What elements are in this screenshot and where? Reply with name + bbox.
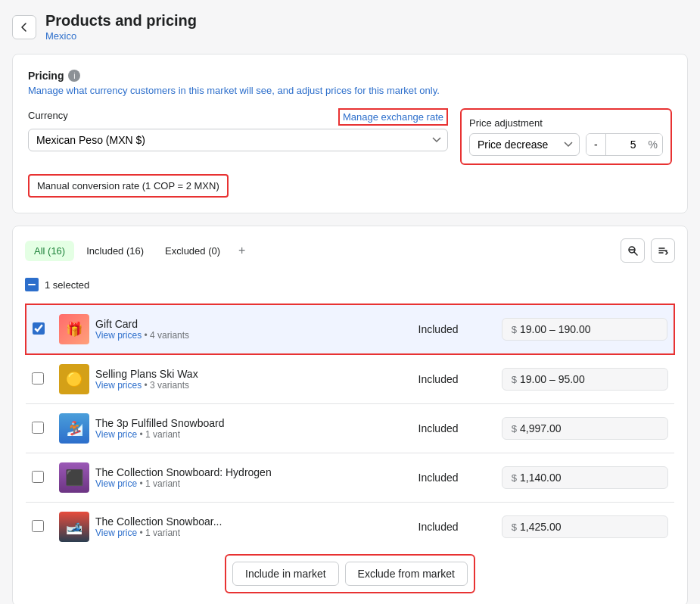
price-adjustment-input-group: - % bbox=[586, 133, 663, 156]
product-meta-snowboard-3p: View price • 1 variant bbox=[95, 429, 224, 440]
price-adjustment-select[interactable]: Price decrease bbox=[469, 133, 580, 156]
product-variants-ski-wax: 3 variants bbox=[150, 380, 189, 391]
product-meta-collection: View price • 1 variant bbox=[95, 528, 222, 538]
product-variants-hydrogen: 1 variant bbox=[145, 478, 180, 489]
product-name-hydrogen: The Collection Snowboard: Hydrogen bbox=[95, 466, 272, 478]
price-adjustment-box: Price adjustment Price decrease - % bbox=[460, 108, 672, 165]
currency-select[interactable]: Mexican Peso (MXN $) bbox=[28, 129, 448, 151]
include-in-market-button[interactable]: Include in market bbox=[232, 562, 339, 586]
product-image-hydrogen: ⬛ bbox=[59, 462, 89, 493]
product-table: 🎁 Gift Card View prices • 4 variants bbox=[25, 304, 675, 551]
currency-label: Currency bbox=[28, 110, 68, 121]
product-meta-hydrogen: View price • 1 variant bbox=[95, 478, 272, 489]
info-icon[interactable]: i bbox=[68, 70, 80, 82]
product-name-collection: The Collection Snowboar... bbox=[95, 515, 222, 528]
product-status-gift-card: Included bbox=[418, 323, 459, 335]
price-decrease-value-input[interactable] bbox=[606, 134, 644, 155]
price-decrease-minus-button[interactable]: - bbox=[586, 134, 606, 155]
table-row: 🏂 The 3p Fulfilled Snowboard View price … bbox=[26, 404, 674, 453]
tab-add-button[interactable]: + bbox=[232, 241, 251, 260]
svg-line-1 bbox=[634, 252, 637, 255]
product-variants-gift-card: 4 variants bbox=[150, 330, 189, 341]
table-row: 🎁 Gift Card View prices • 4 variants bbox=[26, 304, 674, 354]
product-status-ski-wax: Included bbox=[418, 373, 459, 385]
table-row: 🟡 Selling Plans Ski Wax View prices • 3 … bbox=[26, 354, 674, 404]
product-status-snowboard-3p: Included bbox=[418, 422, 459, 434]
product-image-ski-wax: 🟡 bbox=[59, 364, 89, 394]
view-price-link-collection[interactable]: View price bbox=[95, 528, 137, 538]
product-name-gift-card: Gift Card bbox=[95, 318, 189, 330]
product-price-snowboard-3p: $ 4,997.00 bbox=[502, 417, 668, 440]
product-checkbox-ski-wax[interactable] bbox=[32, 372, 44, 385]
product-variants-snowboard-3p: 1 variant bbox=[145, 429, 180, 440]
search-filter-button[interactable] bbox=[621, 238, 645, 263]
view-price-link-snowboard-3p[interactable]: View price bbox=[95, 429, 137, 440]
tab-included[interactable]: Included (16) bbox=[77, 241, 153, 261]
selected-bar: 1 selected bbox=[25, 272, 675, 297]
product-status-collection: Included bbox=[418, 521, 459, 533]
price-decrease-percent: % bbox=[644, 134, 662, 155]
product-name-ski-wax: Selling Plans Ski Wax bbox=[95, 368, 198, 380]
product-meta-ski-wax: View prices • 3 variants bbox=[95, 380, 198, 391]
table-row: ⬛ The Collection Snowboard: Hydrogen Vie… bbox=[26, 453, 674, 503]
price-adjustment-label: Price adjustment bbox=[469, 117, 663, 129]
product-image-snowboard-3p: 🏂 bbox=[59, 413, 89, 444]
product-price-collection: $ 1,425.00 bbox=[502, 515, 668, 538]
product-checkbox-snowboard-3p[interactable] bbox=[32, 422, 44, 434]
deselect-all-button[interactable] bbox=[25, 278, 39, 291]
table-row: 🎿 The Collection Snowboar... View price … bbox=[26, 503, 674, 552]
sort-button[interactable] bbox=[651, 238, 675, 263]
view-prices-link-ski-wax[interactable]: View prices bbox=[95, 380, 142, 391]
back-button[interactable] bbox=[12, 15, 36, 39]
product-meta-gift-card: View prices • 4 variants bbox=[95, 330, 189, 341]
exclude-from-market-button[interactable]: Exclude from market bbox=[345, 562, 468, 586]
product-status-hydrogen: Included bbox=[418, 472, 459, 484]
action-bar: Include in market Exclude from market bbox=[225, 554, 475, 593]
tabs-bar: All (16) Included (16) Excluded (0) + bbox=[25, 238, 675, 263]
pricing-title: Pricing bbox=[28, 70, 64, 82]
product-image-collection: 🎿 bbox=[59, 512, 89, 542]
product-checkbox-hydrogen[interactable] bbox=[32, 471, 44, 483]
product-checkbox-gift-card[interactable] bbox=[33, 322, 45, 335]
product-variants-collection: 1 variant bbox=[145, 528, 180, 538]
page-title: Products and pricing bbox=[45, 12, 197, 30]
view-price-link-hydrogen[interactable]: View price bbox=[95, 478, 137, 489]
tab-excluded[interactable]: Excluded (0) bbox=[156, 241, 229, 261]
manage-exchange-link[interactable]: Manage exchange rate bbox=[338, 108, 448, 126]
pricing-card: Pricing i Manage what currency customers… bbox=[12, 54, 688, 213]
tab-all[interactable]: All (16) bbox=[25, 241, 74, 261]
manual-rate-box: Manual conversion rate (1 COP = 2 MXN) bbox=[28, 174, 229, 198]
products-card: All (16) Included (16) Excluded (0) + bbox=[12, 226, 688, 604]
product-price-ski-wax: $ 19.00 – 95.00 bbox=[502, 368, 668, 391]
product-price-gift-card: $ 19.00 – 190.00 bbox=[502, 318, 667, 341]
product-checkbox-collection[interactable] bbox=[32, 520, 44, 532]
page-subtitle[interactable]: Mexico bbox=[45, 30, 76, 42]
pricing-description: Manage what currency customers in this m… bbox=[28, 85, 672, 96]
selected-count-label: 1 selected bbox=[45, 279, 89, 291]
product-name-snowboard-3p: The 3p Fulfilled Snowboard bbox=[95, 417, 224, 429]
view-prices-link-gift-card[interactable]: View prices bbox=[95, 330, 142, 341]
product-price-hydrogen: $ 1,140.00 bbox=[502, 466, 668, 489]
product-image-gift-card: 🎁 bbox=[59, 314, 89, 344]
